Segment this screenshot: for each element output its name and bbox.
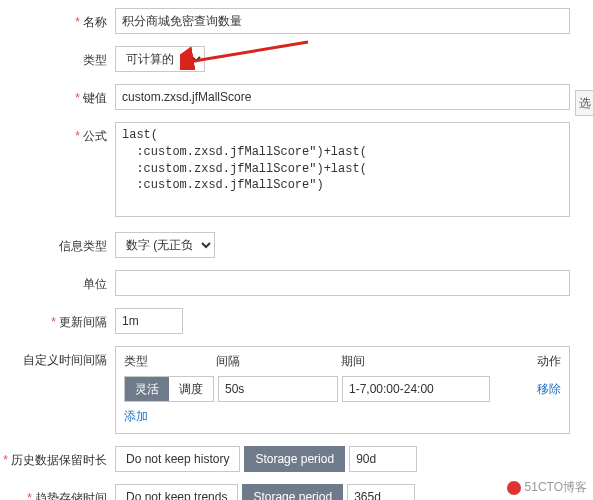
seg-schedule[interactable]: 调度 [169,377,213,401]
label-name: 名称 [0,8,115,31]
int-head-interval: 间隔 [216,353,341,370]
seg-flex[interactable]: 灵活 [125,377,169,401]
label-custom-interval: 自定义时间间隔 [0,346,115,369]
label-history-keep: 历史数据保留时长 [0,446,115,469]
type-select[interactable]: 可计算的 [115,46,205,72]
label-update-interval: 更新间隔 [0,308,115,331]
interval-remove-link[interactable]: 移除 [537,381,561,398]
update-interval-input[interactable] [115,308,183,334]
history-period-input[interactable] [349,446,417,472]
int-head-action: 动作 [496,353,561,370]
label-infotype: 信息类型 [0,232,115,255]
trend-storage-period-button[interactable]: Storage period [242,484,343,500]
unit-input[interactable] [115,270,570,296]
label-key: 键值 [0,84,115,107]
watermark-icon [507,481,521,495]
int-head-type: 类型 [124,353,216,370]
label-unit: 单位 [0,270,115,293]
no-trends-button[interactable]: Do not keep trends [115,484,238,500]
name-input[interactable] [115,8,570,34]
key-select-button[interactable]: 选 [575,90,593,116]
key-input[interactable] [115,84,570,110]
label-type: 类型 [0,46,115,69]
history-storage-period-button[interactable]: Storage period [244,446,345,472]
interval-period-input [342,376,490,402]
no-history-button[interactable]: Do not keep history [115,446,240,472]
label-formula: 公式 [0,122,115,145]
interval-add-link[interactable]: 添加 [124,409,148,423]
interval-type-segment: 灵活 调度 [124,376,214,402]
infotype-select[interactable]: 数字 (无正负) [115,232,215,258]
trend-period-input[interactable] [347,484,415,500]
watermark-text: 51CTO博客 [525,479,587,496]
watermark: 51CTO博客 [507,479,587,496]
interval-value-input [218,376,338,402]
int-head-period: 期间 [341,353,496,370]
label-trend-store: 趋势存储时间 [0,484,115,500]
custom-interval-box: 类型 间隔 期间 动作 灵活 调度 移除 添加 [115,346,570,434]
formula-textarea[interactable]: last( :custom.zxsd.jfMallScore")+last( :… [115,122,570,217]
